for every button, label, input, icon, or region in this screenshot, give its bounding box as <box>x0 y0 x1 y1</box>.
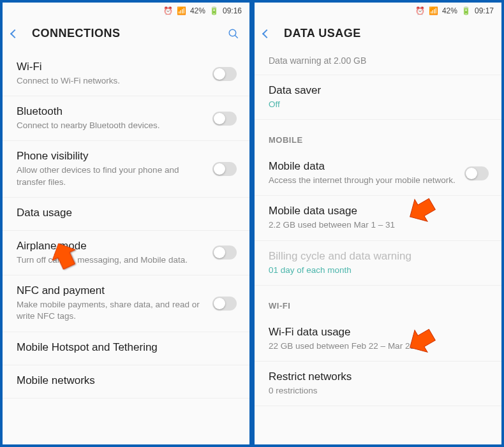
item-subtitle: Turn off calling, messaging, and Mobile … <box>17 254 206 266</box>
item-value: Off <box>269 99 482 110</box>
connections-screen: ⏰ 📶 42% 🔋 09:16 CONNECTIONS Wi-Fi Connec… <box>0 0 252 447</box>
clock-time: 09:17 <box>475 6 494 15</box>
battery-percent: 42% <box>190 6 205 15</box>
header-bar: DATA USAGE <box>255 19 501 52</box>
item-subtitle: Connect to nearby Bluetooth devices. <box>17 120 206 131</box>
data-usage-screen: ⏰ 📶 42% 🔋 09:17 DATA USAGE Data warning … <box>252 0 504 447</box>
svg-line-1 <box>235 35 238 38</box>
back-icon[interactable] <box>262 29 271 38</box>
item-title: Billing cycle and data warning <box>269 250 482 263</box>
mobile-data-item[interactable]: Mobile data Access the internet through … <box>255 151 501 196</box>
nfc-toggle[interactable] <box>212 297 237 311</box>
status-bar: ⏰ 📶 42% 🔋 09:17 <box>255 3 501 19</box>
wifi-toggle[interactable] <box>212 67 237 81</box>
item-title: Phone visibility <box>17 150 206 163</box>
item-title: Mobile data usage <box>269 205 482 217</box>
bluetooth-toggle[interactable] <box>212 112 237 126</box>
restrict-networks-item[interactable]: Restrict networks 0 restrictions <box>255 362 501 406</box>
search-icon[interactable] <box>228 28 239 40</box>
mobile-networks-item[interactable]: Mobile networks <box>3 365 249 399</box>
item-title: Mobile data <box>269 160 458 173</box>
alarm-icon: ⏰ <box>163 6 173 15</box>
item-subtitle: Make mobile payments, share data, and re… <box>17 299 206 322</box>
battery-icon: 🔋 <box>209 6 219 15</box>
item-subtitle: 01 day of each month <box>269 265 482 276</box>
wifi-item[interactable]: Wi-Fi Connect to Wi-Fi networks. <box>3 52 249 96</box>
item-title: Restrict networks <box>269 370 482 383</box>
data-warning-text: Data warning at 2.00 GB <box>255 52 501 75</box>
item-title: Mobile networks <box>17 374 230 387</box>
airplane-mode-item[interactable]: Airplane mode Turn off calling, messagin… <box>3 231 249 275</box>
item-title: Bluetooth <box>17 105 206 118</box>
mobile-data-usage-item[interactable]: Mobile data usage 2.2 GB used between Ma… <box>255 196 501 240</box>
signal-icon: 📶 <box>177 6 186 15</box>
billing-cycle-item[interactable]: Billing cycle and data warning 01 day of… <box>255 241 501 286</box>
nfc-item[interactable]: NFC and payment Make mobile payments, sh… <box>3 275 249 332</box>
item-title: Wi-Fi <box>17 61 206 73</box>
svg-point-0 <box>229 29 236 36</box>
header-bar: CONNECTIONS <box>3 19 249 52</box>
wifi-section-header: WI-FI <box>255 286 501 317</box>
wifi-data-usage-item[interactable]: Wi-Fi data usage 22 GB used between Feb … <box>255 317 501 362</box>
item-subtitle: Allow other devices to find your phone a… <box>17 165 206 187</box>
item-subtitle: Access the internet through your mobile … <box>269 175 458 186</box>
phone-visibility-item[interactable]: Phone visibility Allow other devices to … <box>3 141 249 197</box>
visibility-toggle[interactable] <box>212 162 237 176</box>
item-title: NFC and payment <box>17 284 206 297</box>
item-title: Data usage <box>17 207 230 219</box>
item-title: Mobile Hotspot and Tethering <box>17 341 230 354</box>
page-title: DATA USAGE <box>284 27 491 40</box>
airplane-toggle[interactable] <box>212 245 237 260</box>
data-usage-item[interactable]: Data usage <box>3 198 249 231</box>
page-title: CONNECTIONS <box>32 27 214 40</box>
battery-percent: 42% <box>442 6 457 15</box>
item-subtitle: Connect to Wi-Fi networks. <box>17 75 206 87</box>
item-title: Data saver <box>269 84 482 97</box>
mobile-data-toggle[interactable] <box>464 166 489 180</box>
data-saver-item[interactable]: Data saver Off <box>255 75 501 120</box>
back-icon[interactable] <box>10 29 19 38</box>
item-subtitle: 0 restrictions <box>269 385 482 397</box>
mobile-section-header: MOBILE <box>255 120 501 151</box>
settings-list: Data warning at 2.00 GB Data saver Off M… <box>255 52 501 444</box>
item-title: Airplane mode <box>17 240 206 253</box>
item-subtitle: 22 GB used between Feb 22 – Mar 21 <box>269 341 482 352</box>
item-title: Wi-Fi data usage <box>269 326 482 339</box>
signal-icon: 📶 <box>429 6 438 15</box>
item-subtitle: 2.2 GB used between Mar 1 – 31 <box>269 219 482 231</box>
status-bar: ⏰ 📶 42% 🔋 09:16 <box>3 3 249 19</box>
clock-time: 09:16 <box>223 6 242 15</box>
settings-list: Wi-Fi Connect to Wi-Fi networks. Bluetoo… <box>3 52 249 444</box>
alarm-icon: ⏰ <box>415 6 425 15</box>
battery-icon: 🔋 <box>461 6 471 15</box>
hotspot-item[interactable]: Mobile Hotspot and Tethering <box>3 332 249 365</box>
bluetooth-item[interactable]: Bluetooth Connect to nearby Bluetooth de… <box>3 96 249 141</box>
